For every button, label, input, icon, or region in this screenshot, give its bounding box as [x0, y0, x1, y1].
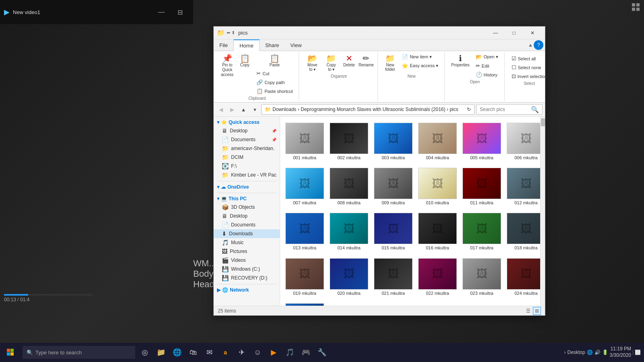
invert-selection-button[interactable]: ⊡ Invert selection: [509, 72, 550, 80]
file-item-12[interactable]: 🖼012 mkultra: [505, 165, 540, 208]
task-view-button[interactable]: ◎: [137, 343, 153, 362]
rename-button[interactable]: ✏ Rename: [358, 53, 374, 69]
forward-button[interactable]: ▶: [227, 105, 237, 114]
file-item-17[interactable]: 🖼017 mkultra: [460, 210, 503, 253]
grid-view-button[interactable]: ⊞: [533, 307, 541, 315]
sidebar-item-dcim[interactable]: 📁 DCIM: [214, 153, 280, 162]
taskbar-game[interactable]: 🎮: [298, 343, 314, 362]
sidebar-item-downloads[interactable]: ⬇ Downloads: [214, 229, 280, 238]
close-button[interactable]: ✕: [523, 27, 542, 39]
up-button[interactable]: ▲: [239, 105, 248, 114]
file-item-10[interactable]: 🖼010 mkultra: [416, 165, 459, 208]
tab-view[interactable]: View: [285, 39, 307, 51]
new-folder-button[interactable]: 📁 New folder: [382, 53, 398, 73]
this-pc-header[interactable]: ▾ 💻 This PC: [214, 195, 280, 203]
sidebar-item-windows-c[interactable]: 💾 Windows (C:): [214, 265, 280, 274]
vertical-scrollbar[interactable]: [540, 117, 545, 306]
taskbar-edge[interactable]: 🌐: [169, 343, 185, 362]
list-view-button[interactable]: ☰: [524, 307, 532, 315]
sidebar-item-recovery-d[interactable]: 💾 RECOVERY (D:): [214, 274, 280, 282]
file-item-2[interactable]: 🖼002 mkultra: [328, 120, 370, 163]
file-item-14[interactable]: 🖼014 mkultra: [328, 210, 370, 253]
show-desktop-button[interactable]: ⬜: [633, 350, 641, 355]
onedrive-header[interactable]: ▾ ☁ OneDrive: [214, 183, 280, 191]
sidebar-item-documents-pc[interactable]: 📄 Documents: [214, 220, 280, 229]
minimize-button[interactable]: —: [486, 27, 505, 39]
tab-file[interactable]: File: [214, 39, 233, 51]
select-all-button[interactable]: ☑ Select all: [509, 54, 550, 63]
file-item-19[interactable]: 🖼019 mkultra: [283, 255, 326, 299]
file-item-5[interactable]: 🖼005 mkultra: [460, 120, 503, 163]
maximize-button[interactable]: □: [505, 27, 523, 39]
taskbar-tripadvisor[interactable]: ✈: [233, 343, 250, 362]
taskbar-app1[interactable]: ☺: [250, 343, 266, 362]
window-grid-icon[interactable]: [632, 3, 640, 11]
file-item-8[interactable]: 🖼008 mkultra: [328, 165, 370, 208]
sidebar-item-desktop-quick[interactable]: 🖥 Desktop 📌: [214, 126, 280, 135]
sidebar-item-f-drive[interactable]: 💽 F:\: [214, 162, 280, 171]
paste-shortcut-button[interactable]: 📋 Paste shortcut: [254, 87, 295, 95]
file-item-15[interactable]: 🖼015 mkultra: [372, 210, 415, 253]
file-item-23[interactable]: 🖼023 mkultra: [460, 255, 503, 299]
taskbar-mail[interactable]: ✉: [201, 343, 217, 362]
copy-path-button[interactable]: 🔗 Copy path: [254, 78, 295, 86]
ribbon-collapse-btn[interactable]: ▲: [528, 42, 533, 48]
network-header[interactable]: ▶ 🌐 Network: [214, 286, 280, 294]
tab-share[interactable]: Share: [260, 39, 285, 51]
file-item-22[interactable]: 🖼022 mkultra: [416, 255, 459, 299]
pin-to-quick-access-button[interactable]: 📌 Pin to Quickaccess: [219, 53, 236, 79]
file-item-9[interactable]: 🖼009 mkultra: [372, 165, 415, 208]
sidebar-item-kimber[interactable]: 📁 Kimber Lee - VR Pac: [214, 171, 280, 179]
copy-to-button[interactable]: 📁 Copy to ▾: [322, 53, 340, 73]
app-minimize-btn[interactable]: —: [152, 6, 171, 19]
move-to-button[interactable]: 📂 Move to ▾: [303, 53, 321, 73]
file-item-18[interactable]: 🖼018 mkultra: [505, 210, 540, 253]
file-item-11[interactable]: 🖼011 mkultra: [460, 165, 503, 208]
paste-button[interactable]: 📋 Paste: [254, 53, 295, 69]
sidebar-item-desktop-pc[interactable]: 🖥 Desktop: [214, 212, 280, 220]
file-item-20[interactable]: 🖼020 mkultra: [328, 255, 370, 299]
taskbar-tool[interactable]: 🔧: [314, 343, 330, 362]
taskbar-file-explorer[interactable]: 📁: [153, 343, 169, 362]
copy-button[interactable]: 📋 Copy: [237, 53, 253, 69]
scroll-thumb[interactable]: [541, 118, 545, 126]
taskbar-vlc[interactable]: ▶: [266, 343, 282, 362]
help-button[interactable]: ?: [534, 40, 543, 50]
cut-button[interactable]: ✂ Cut: [254, 69, 295, 78]
sidebar-item-3d-objects[interactable]: 📦 3D Objects: [214, 203, 280, 212]
sidebar-item-videos[interactable]: 🎬 Videos: [214, 256, 280, 265]
taskbar-amazon[interactable]: a: [217, 343, 233, 362]
desktop-label[interactable]: Desktop: [568, 350, 585, 355]
history-button[interactable]: 🕐 History: [473, 70, 501, 79]
recent-button[interactable]: ▾: [250, 105, 260, 114]
sidebar-item-americavr[interactable]: 📁 americavr-Sheridan.: [214, 144, 280, 153]
taskbar-store[interactable]: 🛍: [185, 343, 201, 362]
file-item-24[interactable]: 🖼024 mkultra: [505, 255, 540, 299]
file-item-16[interactable]: 🖼016 mkultra: [416, 210, 459, 253]
file-item-4[interactable]: 🖼004 mkultra: [416, 120, 459, 163]
sidebar-item-pictures[interactable]: 🖼 Pictures: [214, 247, 280, 256]
tab-home[interactable]: Home: [233, 39, 260, 51]
search-input[interactable]: [480, 107, 529, 112]
taskbar-search-box[interactable]: 🔍 Type here to search: [23, 346, 135, 359]
new-item-button[interactable]: 📄 New item ▾: [399, 53, 441, 61]
refresh-button[interactable]: ↻: [467, 107, 471, 112]
open-button[interactable]: 📂 Open ▾: [473, 53, 501, 61]
properties-button[interactable]: ℹ Properties: [449, 53, 472, 69]
sidebar-item-music[interactable]: 🎵 Music: [214, 238, 280, 247]
volume-icon[interactable]: 🔊: [594, 350, 601, 355]
network-tray-icon[interactable]: 🌐: [587, 350, 593, 355]
file-item-6[interactable]: 🖼006 mkultra: [505, 120, 540, 163]
file-item-3[interactable]: 🖼003 mkultra: [372, 120, 415, 163]
address-path-bar[interactable]: 📁 Downloads › Deprogramming Monarch Slav…: [261, 104, 475, 115]
file-item-21[interactable]: 🖼021 mkultra: [372, 255, 415, 299]
file-item-7[interactable]: 🖼007 mkultra: [283, 165, 326, 208]
quick-access-header[interactable]: ▾ ⭐ Quick access: [214, 118, 280, 126]
back-button[interactable]: ◀: [216, 105, 226, 114]
app-tile-btn[interactable]: ⊟: [171, 6, 189, 19]
file-item-25[interactable]: 🖼025 mkultra: [283, 300, 326, 306]
easy-access-button[interactable]: ⭐ Easy access ▾: [399, 62, 441, 70]
edit-button[interactable]: ✏ Edit: [473, 62, 501, 70]
file-item-13[interactable]: 🖼013 mkultra: [283, 210, 326, 253]
start-button[interactable]: [0, 343, 21, 362]
